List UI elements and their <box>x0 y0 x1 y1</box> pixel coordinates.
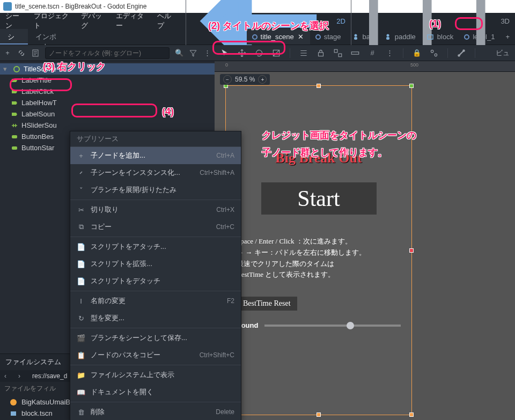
ctx-change-type[interactable]: ↻ 型を変更... <box>70 310 241 327</box>
scene-tab-label: paddle <box>395 33 416 41</box>
ctx-attach-script[interactable]: 📄 スクリプトをアタッチ... <box>70 238 241 255</box>
script-icon[interactable] <box>31 49 40 57</box>
expand-icon[interactable]: ▾ <box>3 65 10 73</box>
path-text[interactable]: res://save_d <box>32 372 67 380</box>
tabs-row: シーン インポート title_scene ✕ stage ball paddl… <box>0 29 515 45</box>
ctx-label: スクリプトをアタッチ... <box>91 242 166 252</box>
tree-item[interactable]: LabelSoun <box>0 108 215 120</box>
ctx-label: ブランチを展開/折りたたみ <box>91 185 176 195</box>
menu-editor[interactable]: エディター <box>116 11 148 31</box>
ctx-delete[interactable]: 🗑 削除 Delete <box>70 403 241 420</box>
ctx-extend-script[interactable]: 📄 スクリプトを拡張... <box>70 255 241 272</box>
tab-import[interactable]: インポート <box>28 29 64 45</box>
ctx-expand-collapse[interactable]: ˅ ブランチを展開/折りたたみ <box>70 181 241 198</box>
ctx-separator <box>70 291 241 291</box>
script-icon: 📄 <box>77 260 85 268</box>
scene-tab-level-1[interactable]: level_1 <box>459 29 500 45</box>
game-besttime-reset-button[interactable]: BestTime Reset <box>237 297 297 311</box>
group-icon[interactable] <box>333 48 343 58</box>
view-label[interactable]: ビュ <box>496 48 510 58</box>
add-node-icon[interactable]: + <box>3 49 12 57</box>
more-icon[interactable]: ⋮ <box>385 48 394 58</box>
link-icon[interactable] <box>17 49 26 57</box>
forward-icon[interactable]: › <box>18 372 28 380</box>
plus-icon: + <box>77 151 85 160</box>
menu-debug[interactable]: デバッグ <box>81 11 106 31</box>
game-howto: Space / Enter / Click ：次に進みます。 ← → キー：パド… <box>226 215 411 281</box>
search-icon[interactable]: 🔍 <box>175 49 183 57</box>
filter-icon[interactable] <box>189 49 197 57</box>
scene-icon <box>10 410 17 417</box>
resize-handle[interactable] <box>409 84 414 88</box>
scene-tab-block[interactable]: block <box>421 29 459 45</box>
scene-tab-label: title_scene <box>261 33 294 41</box>
tree-root-titlescene[interactable]: ▾ TitleScene <box>0 63 215 75</box>
ctx-detach-script[interactable]: 📄 スクリプトをデタッチ <box>70 272 241 290</box>
zoom-in-button[interactable]: + <box>258 75 267 84</box>
scene-tab-title-scene[interactable]: title_scene ✕ <box>247 29 310 45</box>
circle-icon <box>464 34 469 40</box>
ctx-rename[interactable]: I 名前の変更 F2 <box>70 292 241 310</box>
ctx-copy-node-path[interactable]: 📋 ノードのパスをコピー Ctrl+Shift+C <box>70 347 241 364</box>
ctx-label: ブランチをシーンとして保存... <box>91 333 187 343</box>
slider-thumb[interactable] <box>347 322 354 329</box>
grid-icon[interactable]: # <box>367 48 377 58</box>
svg-rect-3 <box>386 37 389 40</box>
ctx-save-branch-as-scene[interactable]: 🎬 ブランチをシーンとして保存... <box>70 329 241 347</box>
ctx-label: ファイルシステム上で表示 <box>91 370 174 380</box>
menu-scene[interactable]: シーン <box>5 11 24 31</box>
ctx-copy[interactable]: ⧉ コピー Ctrl+C <box>70 218 241 235</box>
lock-icon[interactable]: 🔒 <box>412 48 422 58</box>
group-icon[interactable] <box>429 48 439 58</box>
close-icon[interactable]: ✕ <box>297 33 305 41</box>
scissors-icon: ✂ <box>77 205 85 214</box>
tree-item[interactable]: LabelClick <box>0 86 215 97</box>
menu-help[interactable]: ヘルプ <box>157 11 176 31</box>
image-icon <box>10 399 17 406</box>
resize-handle[interactable] <box>317 84 321 88</box>
sound-slider[interactable] <box>264 325 401 327</box>
ctx-label: コピー <box>91 222 112 232</box>
add-scene-button[interactable]: + <box>500 31 515 43</box>
bone-icon[interactable] <box>457 48 466 58</box>
tab-scene[interactable]: シーン <box>0 29 28 45</box>
resize-handle[interactable] <box>409 412 414 417</box>
rotate-icon[interactable] <box>254 48 264 58</box>
ctx-show-in-filesystem[interactable]: 📁 ファイルシステム上で表示 <box>70 366 241 384</box>
ctx-open-docs[interactable]: 📖 ドキュメントを開く <box>70 384 241 401</box>
scene-tree-toolbar: + 🔍 ⋮ <box>0 45 215 61</box>
game-canvas[interactable]: Big Break Out Start Space / Enter / Clic… <box>225 85 412 415</box>
tree-item[interactable]: LabelTitle <box>0 75 215 86</box>
zoom-out-button[interactable]: − <box>223 75 232 84</box>
scene-tab-paddle[interactable]: paddle <box>379 29 421 45</box>
slider-icon <box>11 122 18 129</box>
tree-node-label: LabelSoun <box>21 110 55 118</box>
svg-point-2 <box>386 34 389 36</box>
ctx-instance-child-scene[interactable]: 子シーンをインスタンス化... Ctrl+Shift+A <box>70 164 241 181</box>
resize-handle[interactable] <box>409 248 414 253</box>
button-icon <box>11 144 18 152</box>
ctx-add-child-node[interactable]: + 子ノードを追加... Ctrl+A <box>70 147 241 164</box>
tree-item[interactable]: LabelHowT <box>0 97 215 108</box>
ruler-icon[interactable] <box>350 48 360 58</box>
resize-handle[interactable] <box>317 412 321 417</box>
list-icon[interactable] <box>299 48 308 58</box>
game-start-button[interactable]: Start <box>261 182 377 215</box>
svg-point-6 <box>14 67 19 72</box>
scene-tab-stage[interactable]: stage <box>310 29 347 45</box>
tree-item[interactable]: HSliderSou <box>0 120 215 131</box>
viewport-canvas[interactable]: 0 500 − 59.5 % + Big Break Out Start Spa… <box>215 61 515 420</box>
more-icon[interactable]: ⋮ <box>203 49 211 57</box>
node-icon <box>352 33 359 41</box>
back-icon[interactable]: ‹ <box>4 372 14 380</box>
scene-tab-ball[interactable]: ball <box>347 29 379 45</box>
fs-item-label: block.tscn <box>21 409 53 417</box>
cursor-icon[interactable] <box>220 48 230 58</box>
scale-icon[interactable] <box>271 48 281 58</box>
ctx-cut[interactable]: ✂ 切り取り Ctrl+X <box>70 201 241 218</box>
lock-icon[interactable] <box>316 48 326 58</box>
move-icon[interactable] <box>237 48 247 58</box>
svg-point-0 <box>354 34 357 36</box>
scene-tree-filter[interactable] <box>45 47 170 59</box>
menu-project[interactable]: プロジェクト <box>34 11 71 31</box>
